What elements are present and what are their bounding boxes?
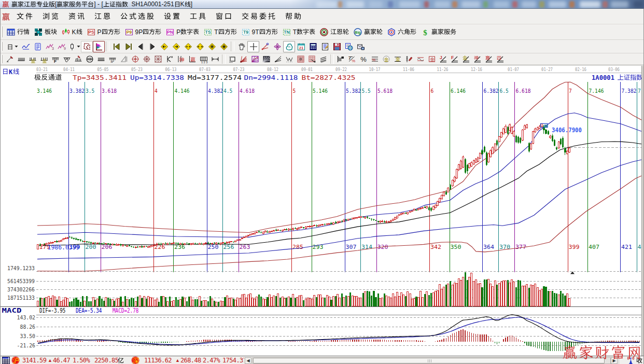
fan-grid-tool[interactable] [261, 54, 272, 64]
percent-lines-tool[interactable]: % [369, 54, 381, 64]
bars-flag-tool[interactable] [335, 54, 346, 64]
toolbar-button-hexagon[interactable] [385, 27, 418, 37]
fit-view-button[interactable] [218, 41, 230, 52]
title-bar[interactable]: [] - [ SH1A0001-251K] [0, 0, 644, 9]
zigzag-tool[interactable] [284, 54, 295, 64]
menu-item-10[interactable] [281, 12, 307, 21]
antenna-icon[interactable] [626, 356, 635, 364]
parallel-lines-tool[interactable] [318, 54, 329, 64]
menu-item-2[interactable] [38, 12, 64, 21]
gold-angle-tool[interactable] [460, 54, 472, 64]
calculator-button[interactable] [307, 41, 319, 52]
j-angle-tool[interactable]: J [438, 54, 449, 64]
stock-chart[interactable]: 03-2104-1105-0505-2306-1307-0307-2308-12… [0, 66, 644, 356]
angle-marks-tool[interactable] [164, 54, 175, 64]
boxed-wheel-tool[interactable] [152, 54, 164, 64]
star-wheel-tool[interactable] [141, 54, 152, 64]
toolbar-button-kline[interactable]: K [59, 27, 85, 37]
f-angle-tool[interactable]: F [449, 54, 460, 64]
toolbar-button-gann-wheel[interactable] [317, 27, 351, 37]
calendar-button[interactable]: 21 [295, 41, 307, 52]
fan-box-tool[interactable] [249, 54, 261, 64]
pan-tool[interactable] [235, 41, 247, 52]
toolbar-button-box-ps[interactable]: PSP [85, 27, 122, 37]
menu-item-3[interactable] [64, 12, 90, 21]
candle-style-selector[interactable] [67, 41, 81, 52]
price-grid-tool[interactable] [295, 54, 306, 64]
candlestick-series[interactable] [37, 123, 570, 249]
square-of-nine-tool[interactable]: n² [107, 54, 118, 64]
menu-item-7[interactable] [186, 12, 212, 21]
menu-item-5[interactable] [116, 12, 160, 21]
gold-cycle-tool[interactable] [27, 54, 38, 64]
zoom-right-button[interactable] [170, 41, 182, 52]
toolbar-grip[interactable] [1, 55, 3, 63]
draw-line-tool[interactable] [4, 54, 16, 64]
quote-table-icon[interactable] [2, 356, 10, 364]
trend-line-tool[interactable] [20, 41, 32, 52]
angle-measure-tool[interactable] [259, 41, 271, 52]
web-report-button[interactable] [343, 41, 355, 52]
trend-angle-tool[interactable] [272, 54, 284, 64]
width-measure-tool[interactable] [209, 54, 221, 64]
menu-item-1[interactable] [12, 12, 38, 21]
zoom-left-button[interactable] [158, 41, 170, 52]
menu-item-9[interactable] [237, 12, 281, 21]
period-selector[interactable] [4, 41, 20, 52]
toolbar-button-box-p9[interactable]: P99P [122, 27, 164, 37]
gold-lines-tool[interactable] [392, 54, 403, 64]
toolbar-button-box-pn[interactable]: PNP [164, 27, 202, 37]
toolbar-button-box-ts[interactable]: TST [202, 27, 239, 37]
zoom-in-button[interactable] [182, 41, 194, 52]
ying-angle-tool[interactable] [483, 54, 495, 64]
next-button[interactable] [146, 41, 158, 52]
menu-item-6[interactable] [160, 12, 186, 21]
toolbar-button-dollar[interactable]: $ [418, 27, 458, 37]
time-ruler-tool[interactable] [16, 54, 27, 64]
gann-pattern-tool[interactable] [283, 41, 295, 52]
time-cycle-tool[interactable] [271, 41, 283, 52]
percent-7-tool[interactable]: 7% [346, 54, 358, 64]
notes-button[interactable] [319, 41, 331, 52]
expand-all-button[interactable] [206, 41, 218, 52]
cycle-circle-tool[interactable] [84, 54, 95, 64]
toolbar-grip[interactable] [1, 42, 3, 51]
triangle-ruler-tool[interactable] [118, 54, 130, 64]
selection-box-tool[interactable] [227, 54, 238, 64]
flag-marker-tool[interactable] [93, 41, 105, 52]
gold-box-tool[interactable] [426, 54, 438, 64]
spiral-tool[interactable] [61, 54, 73, 64]
toolbar-button-box-tn[interactable]: TNT [280, 27, 317, 37]
scroll-right-button[interactable]: ▶ [611, 357, 618, 364]
last-page-button[interactable] [122, 41, 134, 52]
mail-button[interactable] [355, 41, 367, 52]
toolbar-button-box-t9[interactable]: T99T [239, 27, 280, 37]
bar-count-tool[interactable] [95, 54, 107, 64]
gold-circle-tool[interactable] [381, 54, 392, 64]
gold-cycle2-tool[interactable] [38, 54, 50, 64]
zoom-out-button[interactable] [194, 41, 206, 52]
crosshair-tool[interactable] [247, 41, 259, 52]
shen-angle-tool[interactable] [472, 54, 483, 64]
pattern-tool[interactable] [81, 41, 93, 52]
gann-fan-tool[interactable] [238, 54, 249, 64]
ying-ruler-tool[interactable] [187, 54, 198, 64]
grid-arrow-tool[interactable] [306, 54, 318, 64]
scroll-left-button[interactable]: ◀ [245, 357, 251, 364]
menu-item-8[interactable] [212, 12, 237, 21]
wave-lines-tool[interactable] [415, 54, 426, 64]
toolbar-button-quote-grid[interactable] [4, 27, 32, 37]
percent-tool[interactable]: % [358, 54, 369, 64]
first-page-button[interactable] [110, 41, 122, 52]
numbered-ruler-tool[interactable]: 1 2 3 [198, 54, 209, 64]
bar-pencil-tool[interactable] [403, 54, 415, 64]
measure-pencil-tool[interactable] [73, 54, 84, 64]
wave-3-tool[interactable]: 3 [44, 41, 55, 52]
fib-ruler-tool[interactable]: F [50, 54, 61, 64]
toolbar-button-blocks[interactable] [32, 27, 59, 37]
previous-button[interactable] [134, 41, 146, 52]
shen-ruler-tool[interactable] [175, 54, 187, 64]
four-angle-tool[interactable] [495, 54, 506, 64]
toolbar-button-winner-wheel[interactable]: Big [351, 27, 385, 37]
gann-wheel-small-tool[interactable] [130, 54, 141, 64]
